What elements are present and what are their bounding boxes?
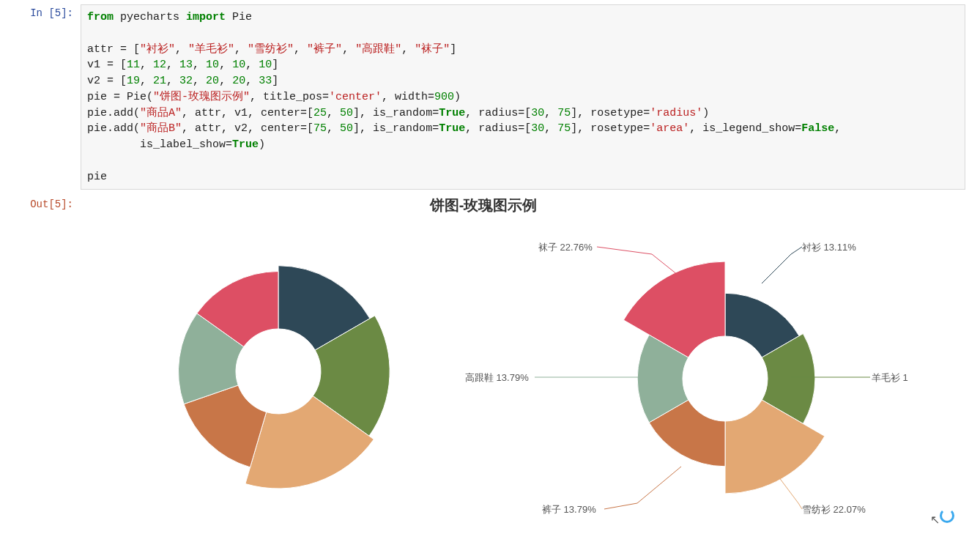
code-text: pie = Pie( (87, 91, 153, 103)
code-text: ], is_random= (353, 122, 439, 135)
code-text: ], rosetype= (571, 122, 650, 135)
code-text: , radius=[ (465, 122, 531, 135)
keyword-from: from (87, 11, 114, 23)
code-text: ) (702, 107, 709, 119)
string-literal: 'area' (650, 122, 689, 135)
code-editor[interactable]: from pyecharts import Pie attr = ["衬衫", … (81, 4, 965, 190)
string-literal: "羊毛衫" (188, 43, 234, 56)
code-text: v1 = [ (87, 59, 127, 71)
string-literal: "袜子" (415, 43, 450, 56)
number-literal: 900 (434, 91, 454, 103)
number-literal: 13 (179, 59, 193, 71)
module-name: pyecharts (114, 11, 186, 23)
code-text: , (834, 122, 841, 135)
code-text: , attr, v2, center=[ (182, 122, 313, 135)
bool-literal: True (439, 122, 465, 135)
number-literal: 33 (259, 75, 272, 87)
string-literal: 'radius' (650, 107, 702, 119)
code-text: , radius=[ (465, 107, 531, 119)
code-text: ) (454, 91, 461, 103)
number-literal: 32 (179, 75, 193, 87)
notebook: In [5]: from pyecharts import Pie attr =… (0, 0, 980, 518)
code-text: pie.add( (87, 122, 140, 135)
number-literal: 50 (340, 107, 353, 119)
pie-slice[interactable] (725, 400, 825, 494)
number-literal: 50 (340, 122, 353, 135)
number-literal: 10 (206, 59, 219, 71)
label-wool: 羊毛衫 1 (872, 371, 908, 385)
number-literal: 25 (313, 107, 327, 119)
code-text: attr = [ (87, 43, 140, 56)
code-text: pie (87, 171, 107, 183)
code-text: , attr, v1, center=[ (182, 107, 313, 119)
string-literal: "裤子" (307, 43, 342, 56)
bool-literal: True (439, 107, 465, 119)
string-literal: "高跟鞋" (355, 43, 401, 56)
label-pants: 裤子 13.79% (542, 503, 596, 516)
input-prompt: In [5]: (0, 4, 81, 19)
string-literal: "衬衫" (140, 43, 175, 56)
bool-literal: False (801, 122, 834, 135)
code-text: is_label_show= (87, 138, 232, 151)
code-text: ) (259, 138, 265, 151)
string-literal: "饼图-玫瑰图示例" (153, 91, 250, 103)
label-chiffon: 雪纺衫 22.07% (802, 503, 866, 516)
number-literal: 20 (206, 75, 219, 87)
code-text: ], is_random= (353, 107, 439, 119)
bool-literal: True (232, 138, 259, 151)
number-literal: 11 (127, 59, 140, 71)
code-text: v2 = [ (87, 75, 127, 87)
number-literal: 30 (531, 107, 544, 119)
output-cell: Out[5]: 饼图-玫瑰图示例 袜子 22.76% 衬衫 13.11% 羊毛衫… (0, 196, 980, 518)
output-prompt: Out[5]: (0, 196, 81, 210)
code-text: , is_legend_show= (689, 122, 801, 135)
string-literal: "商品A" (140, 107, 182, 119)
cursor-icon: ↖ (930, 513, 940, 524)
number-literal: 20 (232, 75, 245, 87)
code-text: , width= (382, 91, 434, 103)
number-literal: 21 (153, 75, 166, 87)
number-literal: 19 (127, 75, 140, 87)
output-area: 饼图-玫瑰图示例 袜子 22.76% 衬衫 13.11% 羊毛衫 1 雪纺衫 2… (81, 196, 965, 518)
string-literal: 'center' (329, 91, 382, 103)
string-literal: "雪纺衫" (248, 43, 294, 56)
number-literal: 75 (313, 122, 327, 135)
code-text: , title_pos= (250, 91, 329, 103)
label-socks: 袜子 22.76% (538, 241, 593, 254)
input-cell: In [5]: from pyecharts import Pie attr =… (0, 4, 980, 190)
label-shirt: 衬衫 13.11% (802, 241, 856, 254)
code-text: ], rosetype= (571, 107, 650, 119)
code-text: pie.add( (87, 107, 140, 119)
number-literal: 12 (153, 59, 166, 71)
label-heels: 高跟鞋 13.79% (465, 371, 529, 385)
import-name: Pie (226, 11, 252, 23)
pie-slice[interactable] (623, 261, 725, 357)
number-literal: 75 (557, 122, 571, 135)
number-literal: 75 (557, 107, 571, 119)
number-literal: 10 (259, 59, 272, 71)
keyword-import: import (186, 11, 226, 23)
loading-spinner-icon (940, 508, 954, 523)
chart-container: 饼图-玫瑰图示例 袜子 22.76% 衬衫 13.11% 羊毛衫 1 雪纺衫 2… (81, 196, 886, 518)
string-literal: "商品B" (140, 122, 182, 135)
number-literal: 30 (531, 122, 544, 135)
chart-title: 饼图-玫瑰图示例 (81, 196, 886, 215)
pie-chart-a[interactable] (132, 225, 425, 518)
pie-chart-b[interactable] (571, 225, 879, 524)
number-literal: 10 (232, 59, 245, 71)
